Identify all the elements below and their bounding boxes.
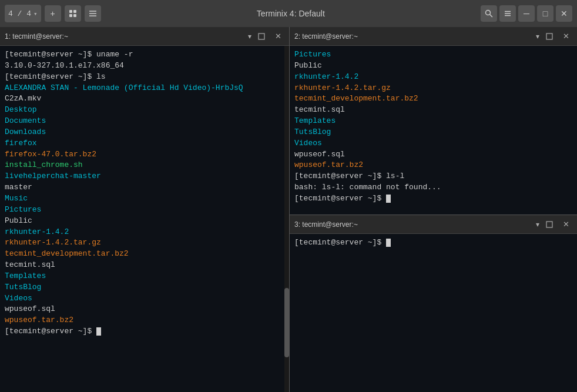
terminal-2-close[interactable]: ✕: [559, 30, 572, 43]
terminal-3-header: 3: tecmint@server:~ ▾ ✕: [290, 215, 577, 234]
window-title: Terminix 4: Default: [105, 9, 477, 18]
terminal-3-maximize[interactable]: [543, 218, 556, 231]
terminal-pane-2: 2: tecmint@server:~ ▾ ✕ Pictures Public …: [290, 27, 577, 215]
svg-point-7: [486, 11, 491, 15]
svg-rect-12: [259, 33, 264, 39]
terminal-2-output: Pictures Public rkhunter-1.4.2 rkhunter-…: [294, 49, 572, 205]
tab-dropdown-icon[interactable]: ▾: [33, 10, 38, 18]
right-pane: 2: tecmint@server:~ ▾ ✕ Pictures Public …: [290, 27, 577, 392]
terminal-2-arrow[interactable]: ▾: [536, 32, 539, 41]
scrollbar-thumb[interactable]: [284, 288, 289, 357]
search-button[interactable]: [481, 5, 497, 22]
svg-line-8: [490, 15, 493, 18]
hamburger-button[interactable]: [499, 5, 516, 22]
svg-rect-0: [69, 10, 72, 13]
terminal-2-header: 2: tecmint@server:~ ▾ ✕: [290, 27, 577, 46]
terminal-3-close[interactable]: ✕: [559, 218, 572, 231]
terminal-1-label: 1: tecmint@server:~: [5, 32, 244, 41]
terminal-3-output: [tecmint@server ~]$: [294, 237, 572, 249]
terminal-1-close[interactable]: ✕: [271, 30, 284, 43]
tab-count: 4 / 4: [8, 9, 31, 18]
svg-rect-2: [69, 14, 72, 17]
maximize-button[interactable]: □: [537, 5, 553, 22]
terminal-2-body[interactable]: Pictures Public rkhunter-1.4.2 rkhunter-…: [290, 46, 577, 215]
terminal-2-maximize[interactable]: [543, 30, 556, 43]
terminal-1-maximize[interactable]: [255, 30, 268, 43]
terminal-pane-3: 3: tecmint@server:~ ▾ ✕ [tecmint@server …: [290, 215, 577, 392]
add-tab-button[interactable]: [65, 5, 81, 22]
terminal-1-output: [tecmint@server ~]$ uname -r 3.10.0-327.…: [5, 49, 284, 337]
new-terminal-button[interactable]: +: [45, 5, 61, 22]
preferences-button[interactable]: [85, 5, 101, 22]
svg-rect-1: [73, 10, 76, 13]
window-controls: ─ □ ✕: [481, 5, 572, 22]
terminal-1-body[interactable]: [tecmint@server ~]$ uname -r 3.10.0-327.…: [0, 46, 289, 392]
close-button[interactable]: ✕: [556, 5, 572, 22]
terminal-2-label: 2: tecmint@server:~: [294, 32, 532, 41]
terminal-3-body[interactable]: [tecmint@server ~]$: [290, 234, 577, 392]
svg-rect-14: [546, 222, 552, 227]
terminal-pane-1: 1: tecmint@server:~ ▾ ✕ [tecmint@server …: [0, 27, 290, 392]
scrollbar-track[interactable]: [284, 46, 289, 392]
terminal-3-arrow[interactable]: ▾: [536, 220, 539, 229]
terminal-1-arrow[interactable]: ▾: [248, 32, 251, 41]
terminal-1-header: 1: tecmint@server:~ ▾ ✕: [0, 27, 289, 46]
svg-rect-3: [73, 14, 76, 17]
minimize-button[interactable]: ─: [518, 5, 535, 22]
titlebar: 4 / 4 ▾ + Terminix 4: Default: [0, 0, 577, 27]
svg-rect-13: [546, 33, 552, 39]
main-area: 1: tecmint@server:~ ▾ ✕ [tecmint@server …: [0, 27, 577, 392]
terminal-3-label: 3: tecmint@server:~: [294, 220, 532, 229]
tab-selector[interactable]: 4 / 4 ▾: [5, 5, 41, 22]
